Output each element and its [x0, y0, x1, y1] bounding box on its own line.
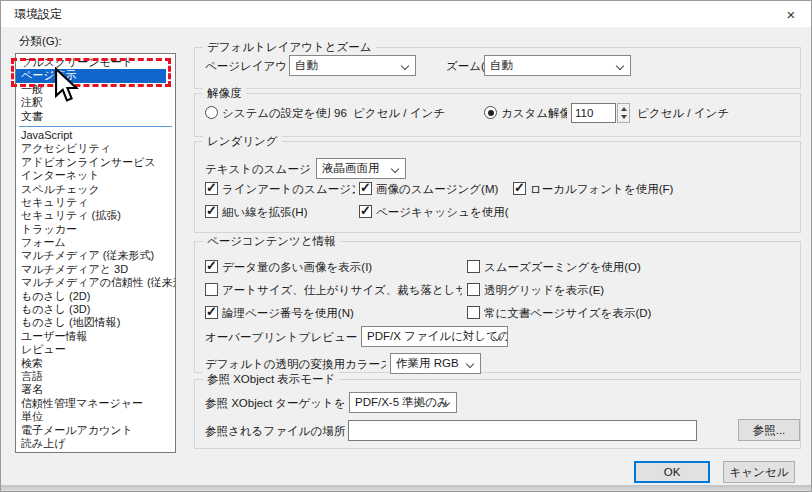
section-title: 解像度: [203, 86, 246, 101]
checkbox-label: 画像のスムージング(M): [376, 182, 498, 196]
use-logical-page-numbers-checkbox[interactable]: [205, 306, 218, 319]
referenced-file-location-label: 参照されるファイルの場所(C):: [205, 424, 345, 438]
chevron-down-icon: [466, 360, 474, 368]
category-item[interactable]: マルチメディアと 3D: [16, 263, 175, 276]
chevron-down-icon: [401, 62, 409, 70]
xobject-target-select[interactable]: PDF/X-5 準拠のみ: [349, 392, 457, 413]
system-resolution-radio[interactable]: [205, 106, 218, 119]
section-title: 参照 XObject 表示モード: [203, 372, 339, 387]
line-art-smoothing-checkbox[interactable]: [205, 182, 218, 195]
category-item[interactable]: インターネット: [16, 169, 175, 182]
checkbox-label: 論理ページ番号を使用(N): [222, 306, 354, 320]
section-title: デフォルトレイアウトとズーム: [203, 40, 376, 55]
ok-button[interactable]: OK: [634, 461, 710, 483]
category-item[interactable]: マルチメディア (従来形式): [16, 249, 175, 262]
category-item[interactable]: 読み上げ: [16, 437, 175, 450]
use-local-fonts-checkbox[interactable]: [513, 182, 526, 195]
section-title: ページコンテンツと情報: [203, 234, 340, 249]
spinner-down-icon[interactable]: [621, 115, 627, 119]
category-item[interactable]: JavaScript: [16, 129, 175, 142]
category-item[interactable]: ユーザー情報: [16, 330, 175, 343]
zoom-value: 自動: [490, 58, 513, 73]
category-item[interactable]: レビュー: [16, 343, 175, 356]
overprint-preview-select[interactable]: PDF/X ファイルに対してのみ: [361, 326, 508, 347]
transparency-colorspace-label: デフォルトの透明の変換用カラースペース(C):: [205, 357, 386, 371]
category-item[interactable]: スペルチェック: [16, 183, 175, 196]
xobject-target-value: PDF/X-5 準拠のみ: [355, 395, 449, 410]
checkbox-label: ラインアートのスムージング(A): [222, 182, 355, 196]
category-item[interactable]: マルチメディアの信頼性 (従来形式): [16, 276, 175, 289]
category-item-comments[interactable]: 注釈: [16, 96, 175, 109]
transparency-colorspace-select[interactable]: 作業用 RGB: [390, 353, 481, 374]
system-resolution-label: システムの設定を使用(S):: [222, 106, 330, 120]
smooth-zooming-checkbox[interactable]: [467, 260, 480, 273]
enhance-thin-lines-checkbox[interactable]: [205, 205, 218, 218]
custom-resolution-input[interactable]: [571, 103, 616, 123]
text-smoothing-select[interactable]: 液晶画面用: [316, 158, 406, 179]
category-item[interactable]: 電子メールアカウント: [16, 424, 175, 437]
checkbox-label: データ量の多い画像を表示(I): [222, 260, 372, 274]
system-resolution-unit: ピクセル / インチ: [353, 106, 445, 120]
custom-resolution-unit: ピクセル / インチ: [637, 106, 729, 120]
preferences-dialog: 環境設定 × 分類(G): フルスクリーンモード ページ表示 一般 注釈 文書 …: [0, 0, 812, 492]
category-item[interactable]: トラッカー: [16, 223, 175, 236]
checkbox-label: 透明グリッドを表示(E): [484, 283, 604, 297]
overprint-preview-value: PDF/X ファイルに対してのみ: [367, 329, 508, 344]
category-item[interactable]: 言語: [16, 370, 175, 383]
zoom-select[interactable]: 自動: [484, 55, 631, 76]
chevron-down-icon: [616, 62, 624, 70]
mouse-cursor-icon: [54, 67, 79, 103]
section-title: レンダリング: [203, 134, 282, 149]
category-item[interactable]: ものさし (3D): [16, 303, 175, 316]
page-layout-select[interactable]: 自動: [289, 55, 416, 76]
dialog-title: 環境設定: [14, 1, 62, 27]
category-item[interactable]: 単位: [16, 410, 175, 423]
overprint-preview-label: オーバープリントプレビューを使用(W):: [205, 330, 357, 344]
category-item[interactable]: 信頼性管理マネージャー: [16, 397, 175, 410]
system-resolution-value: 96: [334, 106, 347, 120]
checkbox-label: ローカルフォントを使用(F): [530, 182, 673, 196]
category-item[interactable]: ものさし (地図情報): [16, 316, 175, 329]
referenced-file-location-input[interactable]: [348, 420, 697, 441]
category-item[interactable]: 署名: [16, 383, 175, 396]
selection-annotation: [11, 58, 171, 87]
custom-resolution-radio[interactable]: [484, 106, 497, 119]
category-item[interactable]: セキュリティ: [16, 196, 175, 209]
category-item[interactable]: アドビオンラインサービス: [16, 156, 175, 169]
show-transparency-grid-checkbox[interactable]: [467, 283, 480, 296]
checkbox-label: 細い線を拡張(H): [222, 205, 308, 219]
custom-resolution-label: カスタム解像度(R):: [501, 106, 567, 120]
category-item-documents[interactable]: 文書: [16, 110, 175, 123]
checkbox-label: ページキャッシュを使用(P): [376, 205, 509, 219]
text-smoothing-value: 液晶画面用: [322, 161, 380, 176]
category-item[interactable]: 検索: [16, 357, 175, 370]
category-item[interactable]: フォーム: [16, 236, 175, 249]
cancel-button[interactable]: キャンセル: [723, 461, 795, 483]
close-icon[interactable]: ×: [779, 5, 803, 24]
xobject-target-label: 参照 XObject ターゲットを表示(X):: [205, 396, 345, 410]
categories-label: 分類(G):: [19, 34, 62, 48]
category-item[interactable]: アクセシビリティ: [16, 142, 175, 155]
titlebar: 環境設定 ×: [1, 1, 811, 27]
browse-button[interactable]: 参照...: [738, 419, 800, 441]
checkbox-label: アートサイズ、仕上がりサイズ、裁ち落としサイズを表示(B): [222, 283, 462, 297]
show-art-trim-bleed-checkbox[interactable]: [205, 283, 218, 296]
checkbox-label: 常に文書ページサイズを表示(D): [484, 306, 651, 320]
transparency-colorspace-value: 作業用 RGB: [396, 356, 459, 371]
category-listbox[interactable]: フルスクリーンモード ページ表示 一般 注釈 文書 JavaScript アクセ…: [15, 53, 176, 453]
image-smoothing-checkbox[interactable]: [359, 182, 372, 195]
text-smoothing-label: テキストのスムージング(T):: [205, 162, 312, 176]
category-item[interactable]: ものさし (2D): [16, 290, 175, 303]
show-large-images-checkbox[interactable]: [205, 260, 218, 273]
window-bottom-edge: [1, 485, 811, 492]
custom-resolution-stepper[interactable]: [617, 103, 630, 123]
spinner-up-icon[interactable]: [621, 107, 627, 111]
category-separator: [19, 126, 172, 127]
always-show-page-size-checkbox[interactable]: [467, 306, 480, 319]
use-page-cache-checkbox[interactable]: [359, 205, 372, 218]
checkbox-label: スムーズズーミングを使用(O): [484, 260, 641, 274]
category-item[interactable]: セキュリティ (拡張): [16, 209, 175, 222]
chevron-down-icon: [391, 165, 399, 173]
page-layout-value: 自動: [295, 58, 318, 73]
